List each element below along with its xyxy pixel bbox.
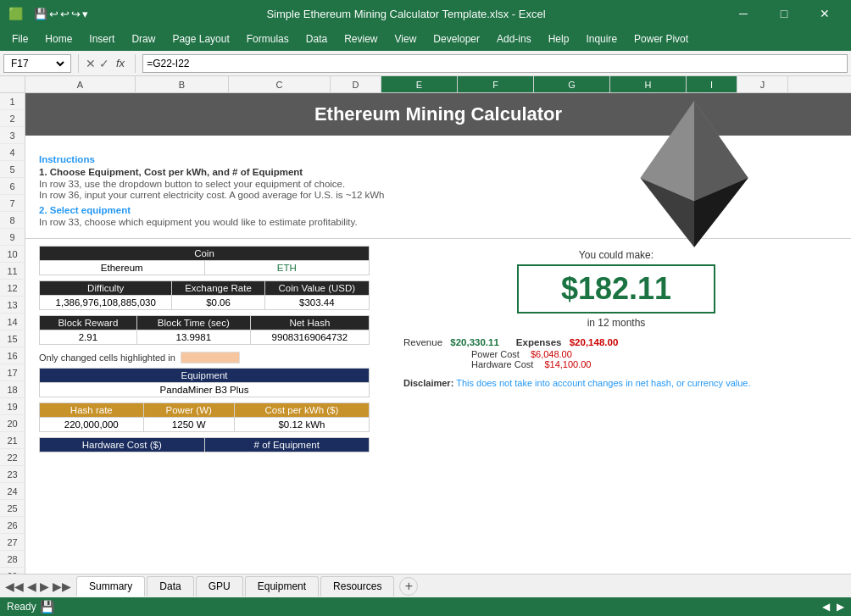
main-data-area: Coin Ethereum ETH Difficulty Exchan bbox=[25, 239, 851, 455]
power-value[interactable]: 1250 W bbox=[143, 418, 234, 432]
menu-help[interactable]: Help bbox=[540, 30, 578, 48]
col-header-G[interactable]: G bbox=[534, 76, 610, 92]
row-19: 19 bbox=[0, 398, 25, 415]
equipment-value[interactable]: PandaMiner B3 Plus bbox=[40, 383, 370, 397]
col-header-F[interactable]: F bbox=[458, 76, 534, 92]
hashrate-header: Hash rate bbox=[40, 403, 144, 418]
redo-icon[interactable]: ↪ bbox=[71, 8, 81, 20]
tab-gpu[interactable]: GPU bbox=[196, 576, 243, 597]
col-header-E[interactable]: E bbox=[381, 76, 458, 92]
status-bar-right: ◀ ▶ bbox=[822, 601, 844, 613]
tab-resources-label: Resources bbox=[333, 580, 381, 592]
save-icon[interactable]: 💾 bbox=[34, 8, 47, 20]
menu-home[interactable]: Home bbox=[36, 30, 81, 48]
ethereum-logo-area bbox=[614, 93, 783, 258]
tab-nav-last[interactable]: ▶▶ bbox=[53, 580, 71, 593]
close-btn[interactable]: ✕ bbox=[805, 0, 844, 27]
dropdown-icon[interactable]: ▾ bbox=[82, 8, 88, 20]
sheet-body: 1 2 3 4 5 6 7 8 9 10 11 12 13 14 15 16 1… bbox=[0, 93, 851, 574]
menu-draw[interactable]: Draw bbox=[123, 30, 164, 48]
row-10: 10 bbox=[0, 246, 25, 263]
row-3: 3 bbox=[0, 127, 25, 144]
coin-name[interactable]: Ethereum bbox=[40, 261, 205, 275]
sheet-content: Ethereum Mining Calculator Instructions … bbox=[25, 93, 851, 574]
undo-icon2[interactable]: ↩ bbox=[60, 8, 70, 20]
formula-input[interactable] bbox=[142, 54, 848, 73]
col-header-B[interactable]: B bbox=[136, 76, 229, 92]
hashrate-value[interactable]: 220,000,000 bbox=[40, 418, 144, 432]
menu-page-layout[interactable]: Page Layout bbox=[164, 30, 237, 48]
revenue-value: $20,330.11 bbox=[450, 337, 499, 347]
status-bar: Ready 💾 ◀ ▶ bbox=[0, 597, 851, 616]
col-header-D[interactable]: D bbox=[331, 76, 381, 92]
excel-icon: 🟩 bbox=[7, 5, 24, 22]
add-sheet-button[interactable]: + bbox=[399, 577, 418, 596]
row-12: 12 bbox=[0, 280, 25, 297]
col-header-A[interactable]: A bbox=[25, 76, 136, 92]
menu-power-pivot[interactable]: Power Pivot bbox=[626, 30, 697, 48]
formula-separator bbox=[78, 54, 79, 73]
exchange-header: Exchange Rate bbox=[172, 281, 264, 296]
coin-ticker: ETH bbox=[204, 261, 370, 275]
row-23: 23 bbox=[0, 466, 25, 483]
highlight-note-text: Only changed cells highlighted in bbox=[39, 352, 175, 363]
col-header-J[interactable]: J bbox=[737, 76, 788, 92]
num-equipment-header: # of Equipment bbox=[204, 438, 370, 452]
menu-review[interactable]: Review bbox=[336, 30, 386, 48]
maximize-btn[interactable]: □ bbox=[765, 0, 804, 27]
tab-data[interactable]: Data bbox=[147, 576, 193, 597]
left-tables-area: Coin Ethereum ETH Difficulty Exchan bbox=[39, 242, 370, 455]
name-box[interactable]: F17 bbox=[3, 54, 71, 73]
menu-addins[interactable]: Add-ins bbox=[488, 30, 540, 48]
blocktime-header: Block Time (sec) bbox=[136, 316, 250, 330]
tab-nav-next[interactable]: ▶ bbox=[40, 580, 49, 593]
cancel-formula-icon[interactable]: ✕ bbox=[86, 57, 96, 70]
col-header-C[interactable]: C bbox=[229, 76, 331, 92]
expenses-value: $20,148.00 bbox=[570, 337, 619, 347]
tab-nav-left: ◀◀ ◀ ▶ ▶▶ bbox=[3, 580, 73, 593]
menu-developer[interactable]: Developer bbox=[425, 30, 488, 48]
scroll-left-btn[interactable]: ◀ bbox=[822, 601, 830, 613]
row-24: 24 bbox=[0, 483, 25, 500]
coin-table: Coin Ethereum ETH bbox=[39, 246, 370, 275]
menu-insert[interactable]: Insert bbox=[81, 30, 123, 48]
coinval-value: $303.44 bbox=[264, 296, 369, 310]
row-27: 27 bbox=[0, 534, 25, 551]
tab-summary[interactable]: Summary bbox=[76, 576, 145, 597]
cell-reference-select[interactable]: F17 bbox=[8, 57, 67, 70]
undo-icon[interactable]: ↩ bbox=[49, 8, 58, 20]
row-8: 8 bbox=[0, 212, 25, 229]
title-bar-left: 🟩 💾 ↩ ↩ ↪ ▾ bbox=[7, 5, 88, 22]
menu-data[interactable]: Data bbox=[298, 30, 336, 48]
costkwh-value[interactable]: $0.12 kWh bbox=[234, 418, 369, 432]
col-header-I[interactable]: I bbox=[687, 76, 737, 92]
blockreward-header: Block Reward bbox=[40, 316, 137, 330]
tab-bar: ◀◀ ◀ ▶ ▶▶ Summary Data GPU Equipment Res… bbox=[0, 574, 851, 597]
menu-view[interactable]: View bbox=[387, 30, 426, 48]
row-20: 20 bbox=[0, 415, 25, 432]
minimize-btn[interactable]: ─ bbox=[724, 0, 763, 27]
col-header-H[interactable]: H bbox=[610, 76, 687, 92]
row-28: 28 bbox=[0, 551, 25, 568]
confirm-formula-icon[interactable]: ✓ bbox=[99, 57, 109, 70]
hardware-cost-value: $14,100.00 bbox=[544, 359, 591, 369]
tab-resources[interactable]: Resources bbox=[320, 576, 394, 597]
tab-equipment[interactable]: Equipment bbox=[245, 576, 319, 597]
right-profit-section: You could make: $182.11 in 12 months Rev… bbox=[370, 242, 837, 455]
exchange-value: $0.06 bbox=[172, 296, 264, 310]
formula-bar: F17 ✕ ✓ fx bbox=[0, 51, 851, 76]
tab-nav-prev[interactable]: ◀ bbox=[27, 580, 36, 593]
row-2: 2 bbox=[0, 110, 25, 127]
menu-file[interactable]: File bbox=[3, 30, 36, 48]
expenses-label: Expenses bbox=[516, 337, 562, 347]
tab-summary-label: Summary bbox=[89, 580, 132, 592]
hardware-cost-table: Hardware Cost ($) # of Equipment bbox=[39, 437, 370, 452]
status-ready: Ready bbox=[7, 601, 36, 613]
expenses-group: Expenses $20,148.00 bbox=[516, 337, 618, 347]
row-21: 21 bbox=[0, 432, 25, 449]
menu-formulas[interactable]: Formulas bbox=[238, 30, 298, 48]
tab-nav-first[interactable]: ◀◀ bbox=[5, 580, 24, 593]
scroll-right-btn[interactable]: ▶ bbox=[837, 601, 844, 613]
window-controls: ─ □ ✕ bbox=[724, 0, 844, 27]
menu-inquire[interactable]: Inquire bbox=[577, 30, 626, 48]
